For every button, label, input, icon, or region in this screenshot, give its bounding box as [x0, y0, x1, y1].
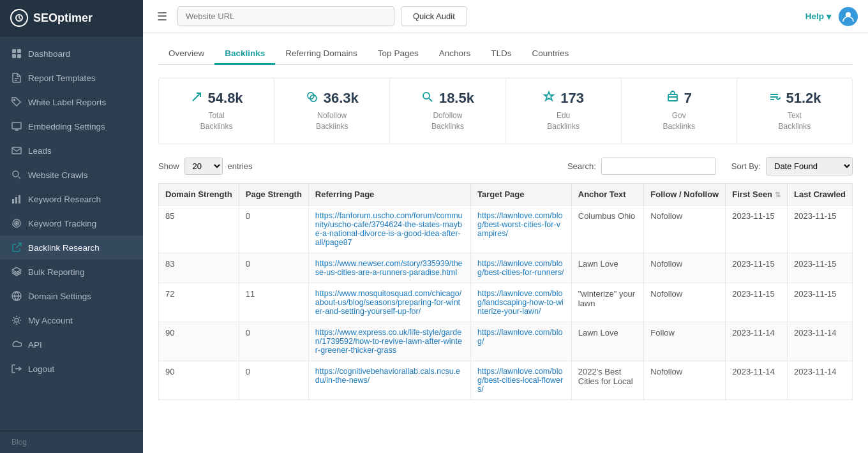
sidebar-navigation: DashboardReport TemplatesWhite Label Rep… [0, 36, 143, 431]
table-cell-anchor-text: Lawn Love [571, 253, 644, 283]
show-label: Show [158, 161, 179, 171]
table-cell-domain-strength: 72 [159, 283, 239, 322]
table-cell-follow-nofollow: Follow [644, 322, 726, 360]
table-cell-first-seen: 2023-11-14 [726, 360, 788, 399]
table-cell-referring-page[interactable]: https://www.mosquitosquad.com/chicago/ab… [308, 283, 470, 322]
nav-label: Keyword Research [28, 195, 101, 204]
nav-label: Keyword Tracking [28, 219, 96, 228]
nav-label: White Label Reports [28, 98, 106, 107]
svg-rect-2 [17, 49, 21, 53]
stat-text-backlinks: 51.2k TextBacklinks [737, 78, 852, 144]
sidebar-item-keyword-tracking[interactable]: Keyword Tracking [0, 211, 143, 235]
nav-label: API [28, 340, 42, 350]
table-controls: Show 102050100 entries Search: Sort By: … [158, 157, 853, 175]
sortby-select[interactable]: Date FoundDomain StrengthPage StrengthFi… [766, 157, 853, 175]
svg-rect-4 [17, 54, 21, 58]
svg-rect-6 [12, 123, 21, 129]
globe-icon [11, 291, 22, 301]
table-cell-target-page[interactable]: https://lawnlove.com/blog/best-worst-cit… [471, 205, 572, 253]
sidebar-item-dashboard[interactable]: Dashboard [0, 41, 143, 66]
table-cell-first-seen: 2023-11-15 [726, 253, 788, 283]
stat-number: 54.8k [172, 90, 261, 107]
table-cell-target-page[interactable]: https://lawnlove.com/blog/best-cities-lo… [471, 360, 572, 399]
sidebar-item-logout[interactable]: Logout [0, 357, 143, 381]
table-cell-referring-page[interactable]: https://www.express.co.uk/life-style/gar… [308, 322, 470, 360]
svg-point-5 [14, 100, 15, 101]
sidebar-item-white-label-reports[interactable]: White Label Reports [0, 90, 143, 114]
table-cell-anchor-text: "winterize" your lawn [571, 283, 644, 322]
monitor-icon [11, 121, 22, 131]
table-cell-page-strength: 11 [239, 283, 308, 322]
sortby-group: Sort By: Date FoundDomain StrengthPage S… [731, 157, 853, 175]
bar-chart-icon [11, 194, 22, 204]
tag-icon [11, 97, 22, 107]
target-icon [11, 218, 22, 228]
col-header-target-page: Target Page [471, 183, 572, 205]
sidebar-item-domain-settings[interactable]: Domain Settings [0, 284, 143, 308]
table-cell-referring-page[interactable]: https://fanforum.uscho.com/forum/communi… [308, 205, 470, 253]
quick-audit-button[interactable]: Quick Audit [401, 6, 467, 26]
stat-number: 51.2k [750, 90, 839, 107]
tab-tlds[interactable]: TLDs [481, 43, 521, 65]
tab-top-pages[interactable]: Top Pages [368, 43, 429, 65]
sidebar-item-website-crawls[interactable]: Website Crawls [0, 163, 143, 187]
user-avatar[interactable] [839, 7, 858, 26]
table-cell-target-page[interactable]: https://lawnlove.com/blog/best-cities-fo… [471, 253, 572, 283]
col-header-domain-strength: Domain Strength [159, 183, 239, 205]
table-cell-last-crawled: 2023-11-15 [788, 283, 853, 322]
table-cell-page-strength: 0 [239, 360, 308, 399]
search-label: Search: [567, 161, 596, 171]
table-cell-last-crawled: 2023-11-14 [788, 360, 853, 399]
entries-select[interactable]: 102050100 [184, 158, 223, 175]
table-cell-target-page[interactable]: https://lawnlove.com/blog/landscaping-ho… [471, 283, 572, 322]
search-input[interactable] [601, 158, 716, 175]
tab-anchors[interactable]: Anchors [429, 43, 481, 65]
col-header-last-crawled: Last Crawled [788, 183, 853, 205]
url-input[interactable] [177, 6, 394, 26]
nav-label: Report Templates [28, 73, 96, 83]
sidebar-item-embedding-settings[interactable]: Embedding Settings [0, 114, 143, 138]
col-header-referring-page: Referring Page [308, 183, 470, 205]
sidebar-item-bulk-reporting[interactable]: Bulk Reporting [0, 260, 143, 284]
sidebar-item-backlink-research[interactable]: Backlink Research [0, 235, 143, 260]
table-cell-anchor-text: Lawn Love [571, 322, 644, 360]
sidebar-item-api[interactable]: API [0, 332, 143, 357]
topbar-right: Help ▾ [805, 7, 858, 26]
stat-icon [542, 91, 555, 107]
table-cell-page-strength: 0 [239, 322, 308, 360]
stat-number: 7 [634, 90, 724, 107]
nav-label: Domain Settings [28, 292, 91, 301]
hamburger-button[interactable]: ☰ [153, 7, 171, 26]
table-cell-follow-nofollow: Nofollow [644, 283, 726, 322]
tab-backlinks[interactable]: Backlinks [214, 43, 275, 65]
stat-icon [768, 91, 781, 107]
stat-label: TextBacklinks [750, 110, 839, 132]
help-button[interactable]: Help ▾ [805, 11, 831, 22]
stat-label: EduBacklinks [519, 110, 608, 132]
nav-label: Leads [28, 146, 52, 156]
svg-rect-10 [15, 197, 17, 204]
nav-label: Backlink Research [28, 243, 100, 253]
stat-number: 36.3k [287, 90, 377, 107]
table-row: 900https://www.express.co.uk/life-style/… [159, 322, 853, 360]
tab-referring-domains[interactable]: Referring Domains [275, 43, 368, 65]
stat-label: TotalBacklinks [172, 110, 261, 132]
sidebar-item-report-templates[interactable]: Report Templates [0, 66, 143, 90]
svg-point-8 [13, 171, 19, 177]
col-header-page-strength: Page Strength [239, 183, 308, 205]
table-cell-referring-page[interactable]: https://www.newser.com/story/335939/thes… [308, 253, 470, 283]
grid-icon [11, 48, 22, 59]
sidebar-item-keyword-research[interactable]: Keyword Research [0, 187, 143, 211]
svg-rect-21 [668, 94, 677, 101]
stat-icon [666, 91, 679, 107]
sidebar-item-my-account[interactable]: My Account [0, 308, 143, 332]
tab-countries[interactable]: Countries [521, 43, 579, 65]
svg-rect-3 [12, 54, 16, 58]
table-cell-page-strength: 0 [239, 205, 308, 253]
table-cell-referring-page[interactable]: https://cognitivebehaviorallab.cals.ncsu… [308, 360, 470, 399]
table-cell-target-page[interactable]: https://lawnlove.com/blog/ [471, 322, 572, 360]
tab-overview[interactable]: Overview [158, 43, 214, 65]
stat-gov-backlinks: 7 GovBacklinks [622, 78, 737, 144]
col-header-first-seen[interactable]: First Seen⇅ [726, 183, 788, 205]
sidebar-item-leads[interactable]: Leads [0, 138, 143, 163]
